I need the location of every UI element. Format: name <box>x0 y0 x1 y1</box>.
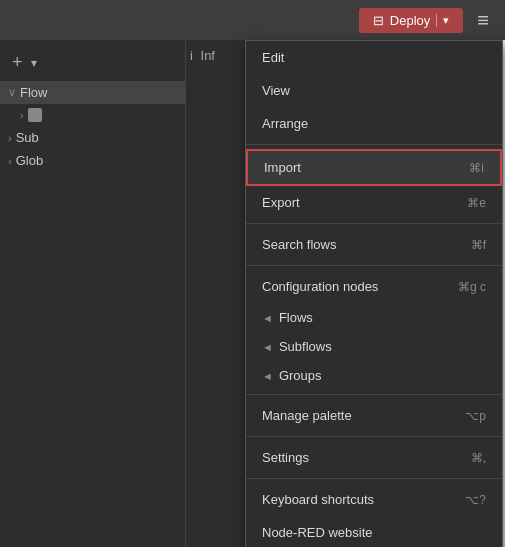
menu-item-flows[interactable]: ◄ Flows <box>246 303 502 332</box>
menu-item-configuration-nodes[interactable]: Configuration nodes ⌘g c <box>246 270 502 303</box>
flow-list: ∨ Flow › › Sub › Glob <box>0 77 185 176</box>
menu-divider-1 <box>246 144 502 145</box>
menu-item-keyboard-shortcuts[interactable]: Keyboard shortcuts ⌥? <box>246 483 502 516</box>
top-bar: ⊟ Deploy ▾ ≡ <box>0 0 505 40</box>
add-button[interactable]: + <box>12 52 23 73</box>
menu-item-search-flows[interactable]: Search flows ⌘f <box>246 228 502 261</box>
sidebar-dropdown-button[interactable]: ▾ <box>31 56 37 70</box>
groups-arrow-icon: ◄ <box>262 370 273 382</box>
menu-item-arrange[interactable]: Arrange <box>246 107 502 140</box>
flows-arrow-icon: ◄ <box>262 312 273 324</box>
menu-divider-5 <box>246 436 502 437</box>
subflows-label: Sub <box>16 130 39 145</box>
menu-item-groups[interactable]: ◄ Groups <box>246 361 502 390</box>
deploy-icon: ⊟ <box>373 13 384 28</box>
info-panel: i Inf <box>185 40 245 547</box>
sidebar: + ▾ ∨ Flow › › Sub › Glob <box>0 40 185 547</box>
menu-divider-4 <box>246 394 502 395</box>
groups-label: Glob <box>16 153 43 168</box>
flow-subitem[interactable]: › <box>0 104 185 126</box>
menu-item-manage-palette[interactable]: Manage palette ⌥p <box>246 399 502 432</box>
menu-divider-6 <box>246 478 502 479</box>
hamburger-button[interactable]: ≡ <box>469 5 497 36</box>
sidebar-actions: + ▾ <box>0 48 185 77</box>
menu-item-export[interactable]: Export ⌘e <box>246 186 502 219</box>
flow-item-subflows[interactable]: › Sub <box>0 126 185 149</box>
deploy-arrow-icon: ▾ <box>436 14 449 27</box>
menu-item-subflows[interactable]: ◄ Subflows <box>246 332 502 361</box>
menu-item-node-red-website[interactable]: Node-RED website <box>246 516 502 547</box>
info-label: Inf <box>201 48 215 63</box>
flow-sub-arrow-icon: › <box>20 109 24 121</box>
deploy-label: Deploy <box>390 13 430 28</box>
menu-item-view[interactable]: View <box>246 74 502 107</box>
flow-item-label: Flow <box>20 85 47 100</box>
menu-item-import[interactable]: Import ⌘i <box>246 149 502 186</box>
info-icon: i <box>190 48 193 63</box>
menu-divider-2 <box>246 223 502 224</box>
flow-item-flow[interactable]: ∨ Flow <box>0 81 185 104</box>
glob-arrow-icon: › <box>8 155 12 167</box>
flow-arrow-icon: ∨ <box>8 86 16 99</box>
sub-arrow-icon: › <box>8 132 12 144</box>
flow-item-groups[interactable]: › Glob <box>0 149 185 172</box>
menu-divider-3 <box>246 265 502 266</box>
subflows-arrow-icon: ◄ <box>262 341 273 353</box>
flow-sub-icon <box>28 108 42 122</box>
dropdown-menu: Edit View Arrange Import ⌘i Export ⌘e Se… <box>245 40 503 547</box>
menu-item-settings[interactable]: Settings ⌘, <box>246 441 502 474</box>
menu-item-edit[interactable]: Edit <box>246 41 502 74</box>
deploy-button[interactable]: ⊟ Deploy ▾ <box>359 8 463 33</box>
